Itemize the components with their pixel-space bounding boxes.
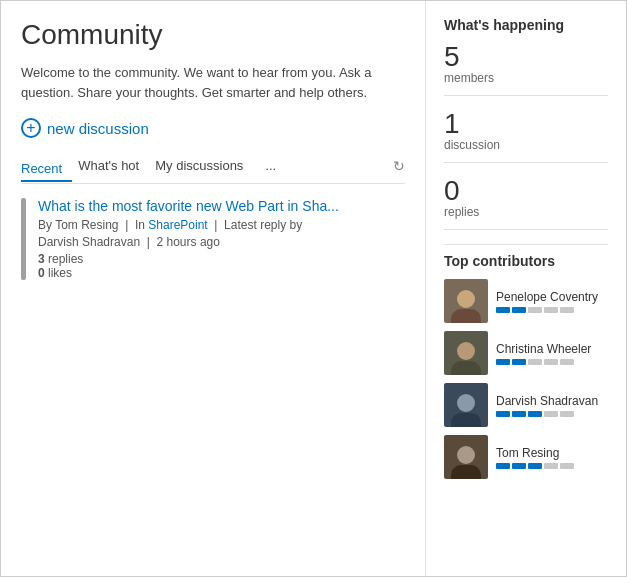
bar-seg-2: [512, 463, 526, 469]
bar-seg-5: [560, 411, 574, 417]
contributor-info-darvish: Darvish Shadravan: [496, 394, 608, 417]
contributor-name-christina: Christina Wheeler: [496, 342, 608, 356]
main-content: Community Welcome to the community. We w…: [1, 1, 426, 576]
refresh-icon[interactable]: ↻: [393, 158, 405, 174]
stat-discussion: 1 discussion: [444, 110, 608, 163]
discussion-author: Tom Resing: [55, 218, 118, 232]
discussion-replies: 3 replies: [38, 252, 405, 266]
whats-happening-title: What's happening: [444, 17, 608, 33]
contributor-item-christina: Christina Wheeler: [444, 331, 608, 375]
discussion-latest-reply-author: Darvish Shadravan: [38, 235, 140, 249]
bar-seg-1: [496, 411, 510, 417]
stat-members-label: members: [444, 71, 608, 96]
new-discussion-button[interactable]: + new discussion: [21, 118, 405, 138]
page-title: Community: [21, 19, 405, 51]
bar-seg-3: [528, 463, 542, 469]
bar-seg-2: [512, 359, 526, 365]
stat-members: 5 members: [444, 43, 608, 96]
contributor-bar-christina: [496, 359, 608, 365]
bar-seg-3: [528, 411, 542, 417]
contributor-bar-tom: [496, 463, 608, 469]
sidebar: What's happening 5 members 1 discussion …: [426, 1, 626, 576]
bar-seg-4: [544, 307, 558, 313]
discussion-reply-info: Darvish Shadravan | 2 hours ago: [38, 235, 405, 249]
tab-recent[interactable]: Recent: [21, 157, 72, 182]
stat-discussion-label: discussion: [444, 138, 608, 163]
stat-discussion-number: 1: [444, 110, 608, 138]
tabs-bar: Recent What's hot My discussions ... ↻: [21, 154, 405, 184]
bar-seg-5: [560, 307, 574, 313]
bar-seg-4: [544, 463, 558, 469]
avatar-darvish: [444, 383, 488, 427]
contributor-name-penelope: Penelope Coventry: [496, 290, 608, 304]
bar-seg-4: [544, 411, 558, 417]
welcome-text: Welcome to the community. We want to hea…: [21, 63, 391, 102]
contributor-info-christina: Christina Wheeler: [496, 342, 608, 365]
contributor-bar-darvish: [496, 411, 608, 417]
bar-seg-3: [528, 359, 542, 365]
bar-seg-1: [496, 307, 510, 313]
bar-seg-1: [496, 359, 510, 365]
bar-seg-3: [528, 307, 542, 313]
stats-section: 5 members 1 discussion 0 replies: [444, 43, 608, 245]
discussion-stats: 3 replies 0 likes: [38, 252, 405, 280]
avatar-tom: [444, 435, 488, 479]
bar-seg-5: [560, 463, 574, 469]
contributor-name-tom: Tom Resing: [496, 446, 608, 460]
discussion-meta: What is the most favorite new Web Part i…: [38, 198, 405, 280]
discussion-likes: 0 likes: [38, 266, 405, 280]
avatar-penelope: [444, 279, 488, 323]
new-discussion-label: new discussion: [47, 120, 149, 137]
discussion-title-link[interactable]: What is the most favorite new Web Part i…: [38, 198, 405, 214]
tab-whats-hot[interactable]: What's hot: [78, 154, 149, 177]
bar-seg-1: [496, 463, 510, 469]
discussion-info: By Tom Resing | In SharePoint | Latest r…: [38, 218, 405, 232]
stat-replies: 0 replies: [444, 177, 608, 230]
contributor-bar-penelope: [496, 307, 608, 313]
contributor-info-penelope: Penelope Coventry: [496, 290, 608, 313]
contributor-info-tom: Tom Resing: [496, 446, 608, 469]
bar-seg-2: [512, 411, 526, 417]
stat-members-number: 5: [444, 43, 608, 71]
top-contributors-title: Top contributors: [444, 253, 608, 269]
discussion-time-ago: 2 hours ago: [157, 235, 220, 249]
contributor-item-penelope: Penelope Coventry: [444, 279, 608, 323]
discussion-category-link[interactable]: SharePoint: [148, 218, 207, 232]
avatar-christina: [444, 331, 488, 375]
tab-more-button[interactable]: ...: [259, 154, 282, 177]
tab-my-discussions[interactable]: My discussions: [155, 154, 253, 177]
stat-replies-number: 0: [444, 177, 608, 205]
bar-seg-5: [560, 359, 574, 365]
plus-circle-icon: +: [21, 118, 41, 138]
contributor-name-darvish: Darvish Shadravan: [496, 394, 608, 408]
bar-seg-4: [544, 359, 558, 365]
contributor-item-tom: Tom Resing: [444, 435, 608, 479]
discussion-item: What is the most favorite new Web Part i…: [21, 198, 405, 280]
bar-seg-2: [512, 307, 526, 313]
discussion-bar-indicator: [21, 198, 26, 280]
stat-replies-label: replies: [444, 205, 608, 230]
contributor-item-darvish: Darvish Shadravan: [444, 383, 608, 427]
